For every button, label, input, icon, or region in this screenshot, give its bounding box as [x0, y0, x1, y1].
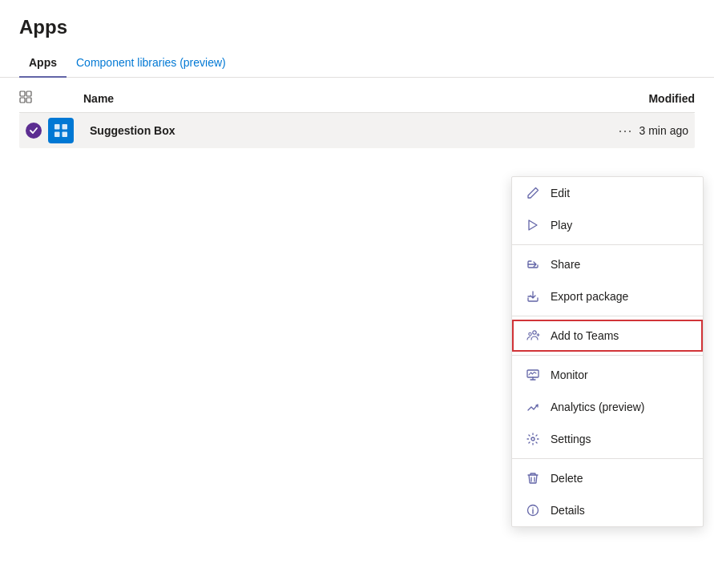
menu-item-add-to-teams[interactable]: Add to Teams: [512, 320, 703, 352]
settings-icon: [525, 431, 541, 447]
export-icon: [525, 288, 541, 304]
menu-item-delete[interactable]: Delete: [512, 462, 703, 494]
tab-apps[interactable]: Apps: [19, 48, 67, 77]
svg-point-14: [532, 507, 533, 508]
check-icon: [29, 126, 38, 135]
menu-item-edit[interactable]: Edit: [512, 177, 703, 209]
table-row[interactable]: Suggestion Box ··· 3 min ago: [19, 113, 695, 148]
svg-rect-0: [20, 91, 25, 96]
header-name-col: Name: [83, 92, 567, 105]
monitor-icon: [525, 367, 541, 383]
share-icon: [525, 256, 541, 272]
menu-item-details-label: Details: [551, 504, 585, 517]
menu-item-export[interactable]: Export package: [512, 280, 703, 312]
menu-item-share[interactable]: Share: [512, 248, 703, 280]
svg-point-9: [533, 331, 536, 334]
menu-item-delete-label: Delete: [551, 472, 583, 485]
analytics-icon: [525, 399, 541, 415]
menu-item-add-to-teams-label: Add to Teams: [551, 329, 619, 342]
menu-item-share-label: Share: [551, 258, 580, 271]
row-modified: 3 min ago: [639, 124, 695, 137]
svg-marker-8: [529, 220, 537, 230]
page-title: Apps: [0, 0, 714, 48]
app-icon: [48, 118, 74, 143]
svg-rect-6: [54, 132, 60, 138]
delete-icon: [525, 470, 541, 486]
menu-item-settings-label: Settings: [551, 433, 591, 445]
header-check-col: [19, 91, 48, 106]
menu-item-analytics-label: Analytics (preview): [551, 401, 644, 413]
menu-item-details[interactable]: Details: [512, 494, 703, 526]
edit-icon: [525, 185, 541, 201]
menu-divider-4: [512, 458, 703, 459]
row-check[interactable]: [19, 123, 48, 139]
header-modified-col: Modified: [567, 92, 695, 105]
svg-point-10: [529, 332, 531, 335]
grid-icon: [19, 91, 32, 103]
menu-item-play-label: Play: [551, 219, 572, 232]
teams-icon: [525, 328, 541, 344]
table-area: Name Modified Suggestion Box ··· 3: [0, 84, 714, 148]
svg-rect-5: [63, 124, 68, 130]
tabs-bar: Apps Component libraries (preview): [0, 48, 714, 78]
context-menu: Edit Play Share Export packa: [511, 176, 704, 527]
svg-rect-2: [20, 98, 25, 103]
menu-divider-1: [512, 244, 703, 245]
row-app-icon-col: [48, 118, 83, 143]
menu-item-monitor[interactable]: Monitor: [512, 359, 703, 391]
svg-rect-1: [26, 91, 31, 96]
info-icon: [525, 502, 541, 518]
menu-item-play[interactable]: Play: [512, 209, 703, 241]
menu-item-export-label: Export package: [551, 290, 628, 303]
menu-item-edit-label: Edit: [551, 187, 570, 199]
app-icon-svg: [54, 123, 68, 138]
svg-rect-7: [63, 132, 68, 138]
row-app-name: Suggestion Box: [83, 124, 612, 137]
svg-rect-3: [26, 98, 31, 103]
menu-divider-2: [512, 316, 703, 316]
menu-item-monitor-label: Monitor: [551, 369, 588, 381]
check-circle: [26, 123, 42, 139]
svg-rect-4: [54, 124, 60, 130]
menu-item-analytics[interactable]: Analytics (preview): [512, 391, 703, 423]
menu-divider-3: [512, 355, 703, 356]
svg-point-12: [531, 437, 534, 441]
table-header: Name Modified: [19, 84, 695, 113]
play-icon: [525, 217, 541, 233]
tab-component-libraries[interactable]: Component libraries (preview): [67, 48, 236, 77]
menu-item-settings[interactable]: Settings: [512, 423, 703, 455]
row-more-options-button[interactable]: ···: [612, 119, 639, 143]
